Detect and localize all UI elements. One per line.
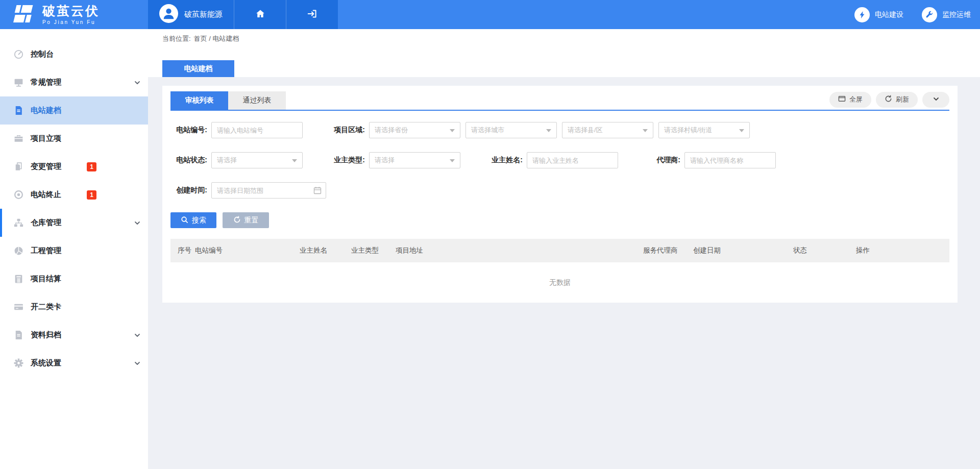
home-button[interactable] [234, 0, 286, 29]
sidebar-item-label: 工程管理 [31, 246, 61, 256]
sidebar-item-type2-card[interactable]: 开二类卡 [0, 293, 148, 321]
calculator-icon [13, 274, 24, 285]
refresh-icon [885, 95, 892, 104]
header-spacer [338, 0, 854, 29]
column-header: 操作 [856, 246, 949, 255]
agent-input[interactable] [684, 152, 776, 168]
reset-icon [233, 216, 241, 225]
header-item-station-construction[interactable]: 电站建设 [854, 7, 903, 22]
select-placeholder: 请选择村镇/街道 [664, 126, 713, 135]
breadcrumb-path[interactable]: 首页 / 电站建档 [194, 34, 239, 43]
logo-mark-icon [10, 4, 36, 26]
chevron-down-icon [134, 79, 141, 86]
filter-group: 代理商: [644, 152, 776, 168]
file-icon [13, 330, 24, 341]
sidebar-item-label: 资料归档 [31, 330, 61, 340]
sidebar-item-label: 电站终止 [31, 190, 61, 200]
caret-down-icon [450, 129, 455, 132]
sidebar-item-label: 控制台 [31, 50, 54, 59]
sitemap-icon [13, 217, 24, 229]
column-header: 业主类型 [351, 246, 396, 255]
filter-group: 业主姓名: [486, 152, 618, 168]
sidebar-item-station-termination[interactable]: 电站终止1 [0, 181, 148, 209]
filter-label: 项目区域: [328, 126, 365, 135]
reset-button[interactable]: 重置 [223, 212, 269, 228]
caret-down-icon [546, 129, 551, 132]
filter-group: 电站状态:请选择 [170, 152, 303, 168]
sidebar-item-label: 仓库管理 [31, 218, 61, 228]
column-header: 业主姓名 [300, 246, 351, 255]
logout-button[interactable] [286, 0, 338, 29]
station-code-input[interactable] [211, 122, 303, 138]
created-time-picker[interactable] [211, 182, 326, 199]
sidebar-item-label: 项目立项 [31, 134, 61, 143]
filter-label: 电站状态: [170, 156, 207, 165]
user-name: 破茧新能源 [184, 10, 223, 19]
sidebar-item-engineering-management[interactable]: 工程管理 [0, 237, 148, 265]
caret-down-icon [292, 159, 297, 162]
sidebar: 控制台常规管理电站建档项目立项变更管理1电站终止1仓库管理工程管理项目结算开二类… [0, 29, 148, 469]
owner-type-select[interactable]: 请选择 [369, 152, 460, 168]
breadcrumb-label: 当前位置: [162, 34, 191, 43]
filter-row: 创建时间: [170, 182, 949, 199]
filter-row: 电站编号:项目区域:请选择省份请选择城市请选择县/区请选择村镇/街道 [170, 122, 949, 138]
province-select[interactable]: 请选择省份 [369, 122, 460, 138]
filter-group: 业主类型:请选择 [328, 152, 460, 168]
login-arrow-icon [307, 8, 318, 21]
header-nav: 破茧新能源 [148, 0, 338, 29]
select-placeholder: 请选择 [217, 156, 237, 165]
page-tab-strip: 电站建档 [148, 48, 980, 77]
station-status-select[interactable]: 请选择 [211, 152, 303, 168]
tab-passed-list[interactable]: 通过列表 [228, 91, 286, 110]
sidebar-item-change-management[interactable]: 变更管理1 [0, 153, 148, 181]
collapse-button[interactable] [922, 92, 949, 108]
filter-group: 电站编号: [170, 122, 303, 138]
search-button[interactable]: 搜索 [170, 212, 216, 228]
card-icon [13, 302, 24, 313]
column-header: 创建日期 [693, 246, 793, 255]
column-header: 序号 [170, 246, 195, 255]
sidebar-item-console[interactable]: 控制台 [0, 40, 148, 68]
sidebar-item-label: 项目结算 [31, 274, 61, 284]
created-time-input[interactable] [211, 182, 326, 199]
content-area: 审核列表通过列表 全屏 刷新 [148, 77, 980, 303]
sidebar-item-label: 开二类卡 [31, 302, 61, 312]
city-select[interactable]: 请选择城市 [465, 122, 557, 138]
header-item-monitoring-ops[interactable]: 监控运维 [922, 7, 971, 22]
gauge-icon [13, 49, 24, 60]
top-header: 破茧云伏 Po Jian Yun Fu 破茧新能源 电站建设监控运维 [0, 0, 980, 29]
table-header-row: 序号电站编号业主姓名业主类型项目地址服务代理商创建日期状态操作 [170, 239, 949, 262]
refresh-button[interactable]: 刷新 [876, 92, 918, 108]
document-icon [13, 105, 24, 116]
sidebar-item-general-management[interactable]: 常规管理 [0, 68, 148, 96]
tab-review-list[interactable]: 审核列表 [170, 91, 228, 110]
search-label: 搜索 [192, 216, 206, 225]
sidebar-item-station-filing[interactable]: 电站建档 [0, 96, 148, 125]
caret-down-icon [450, 159, 455, 162]
county-select[interactable]: 请选择县/区 [562, 122, 653, 138]
owner-name-input[interactable] [527, 152, 618, 168]
filter-label: 业主类型: [328, 156, 365, 165]
column-header: 项目地址 [396, 246, 643, 255]
app-logo: 破茧云伏 Po Jian Yun Fu [0, 0, 148, 29]
refresh-label: 刷新 [896, 95, 909, 104]
filter-row: 电站状态:请选择业主类型:请选择业主姓名:代理商: [170, 152, 949, 168]
filter-buttons: 搜索 重置 [170, 212, 949, 228]
briefcase-icon [13, 133, 24, 144]
fullscreen-button[interactable]: 全屏 [829, 92, 871, 108]
user-menu[interactable]: 破茧新能源 [148, 0, 234, 29]
sidebar-item-project-settlement[interactable]: 项目结算 [0, 265, 148, 293]
town-select[interactable]: 请选择村镇/街道 [658, 122, 750, 138]
header-item-label: 监控运维 [942, 10, 971, 19]
app-title: 破茧云伏 [42, 5, 100, 17]
filter-label: 创建时间: [170, 186, 207, 195]
sidebar-item-system-settings[interactable]: 系统设置 [0, 349, 148, 377]
home-icon [255, 8, 266, 21]
sidebar-item-warehouse-management[interactable]: 仓库管理 [0, 209, 148, 237]
sidebar-item-data-archive[interactable]: 资料归档 [0, 321, 148, 349]
sidebar-item-project-initiation[interactable]: 项目立项 [0, 125, 148, 153]
page-tab-station-filing[interactable]: 电站建档 [162, 60, 234, 77]
panel-card: 审核列表通过列表 全屏 刷新 [162, 86, 958, 303]
filter-group: 项目区域:请选择省份请选择城市请选择县/区请选择村镇/街道 [328, 122, 750, 138]
app-subtitle: Po Jian Yun Fu [42, 19, 100, 25]
